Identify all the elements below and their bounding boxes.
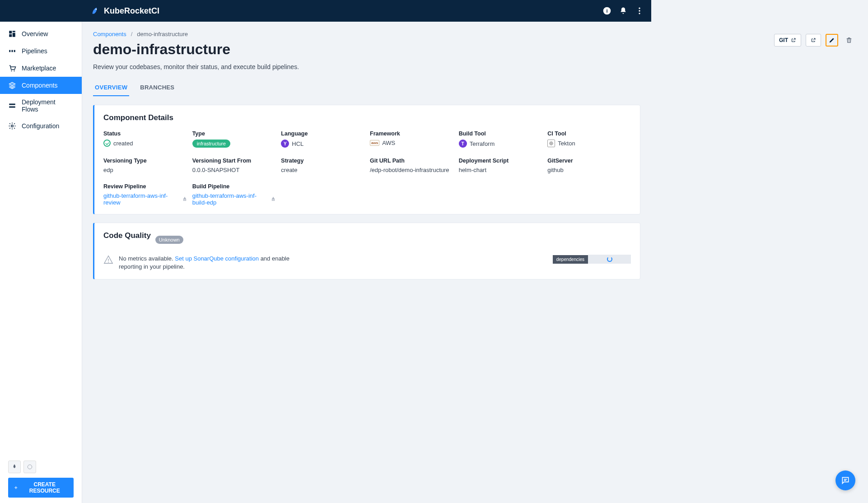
detail-label: Deployment Script bbox=[459, 158, 542, 164]
dependencies-loading bbox=[588, 255, 631, 264]
detail-label: Language bbox=[281, 130, 364, 137]
sidebar-item-components[interactable]: Components bbox=[0, 77, 82, 94]
detail-value: helm-chart bbox=[459, 167, 486, 173]
svg-point-16 bbox=[639, 8, 640, 9]
svg-rect-1 bbox=[13, 31, 15, 32]
svg-point-20 bbox=[108, 262, 109, 263]
detail-label: Versioning Type bbox=[103, 158, 187, 164]
sidebar-item-label: Pipelines bbox=[22, 47, 47, 55]
detail-value: /edp-robot/demo-infrastructure bbox=[370, 167, 449, 173]
detail-label: Build Tool bbox=[459, 130, 542, 137]
language-icon: Y bbox=[281, 140, 289, 148]
tab-overview[interactable]: OVERVIEW bbox=[93, 79, 129, 96]
spinner-icon bbox=[607, 256, 612, 262]
svg-rect-2 bbox=[13, 33, 15, 37]
page-subtitle: Review your codebases, monitor their sta… bbox=[93, 63, 640, 70]
layers-icon bbox=[8, 81, 16, 89]
sidebar-item-deployment-flows[interactable]: Deployment Flows bbox=[0, 94, 82, 117]
detail-deployment-script: Deployment Script helm-chart bbox=[459, 158, 542, 173]
breadcrumb-current: demo-infrastructure bbox=[137, 31, 188, 37]
sidebar-item-label: Components bbox=[22, 82, 57, 89]
svg-rect-4 bbox=[9, 50, 10, 52]
svg-point-13 bbox=[95, 9, 97, 10]
svg-rect-3 bbox=[9, 34, 12, 37]
sidebar: Overview Pipelines Marketplace Component… bbox=[0, 0, 82, 377]
check-icon bbox=[103, 140, 111, 147]
tab-branches[interactable]: BRANCHES bbox=[138, 79, 176, 96]
svg-rect-6 bbox=[14, 50, 15, 52]
tekton-icon bbox=[547, 140, 555, 147]
flows-icon bbox=[8, 102, 16, 110]
detail-versioning-type: Versioning Type edp bbox=[103, 158, 187, 173]
sonarqube-config-link[interactable]: Set up SonarQube configuration bbox=[175, 255, 259, 262]
detail-value[interactable]: github-terraform-aws-inf-review bbox=[103, 192, 180, 206]
detail-framework: Framework awsAWS bbox=[370, 130, 453, 148]
app-header: KubeRocketCI i bbox=[0, 0, 651, 22]
svg-rect-9 bbox=[9, 104, 15, 105]
detail-strategy: Strategy create bbox=[281, 158, 364, 173]
svg-point-8 bbox=[14, 70, 14, 71]
detail-value: created bbox=[113, 140, 133, 147]
sidebar-item-configuration[interactable]: Configuration bbox=[0, 117, 82, 135]
detail-value: AWS bbox=[382, 140, 395, 146]
detail-label: Framework bbox=[370, 130, 453, 137]
detail-label: Strategy bbox=[281, 158, 364, 164]
detail-versioning-start: Versioning Start From 0.0.0-SNAPSHOT bbox=[192, 158, 276, 173]
svg-text:i: i bbox=[606, 8, 607, 14]
sidebar-item-marketplace[interactable]: Marketplace bbox=[0, 60, 82, 77]
svg-point-17 bbox=[639, 10, 640, 11]
detail-label: CI Tool bbox=[547, 130, 631, 137]
detail-label: Build Pipeline bbox=[192, 183, 276, 190]
detail-value: github bbox=[547, 167, 563, 173]
svg-point-11 bbox=[11, 125, 14, 127]
detail-status: Status created bbox=[103, 130, 187, 148]
code-quality-card: Code Quality Unknown No metrics availabl… bbox=[93, 223, 640, 279]
detail-type: Type infrastructure bbox=[192, 130, 276, 148]
sidebar-item-label: Deployment Flows bbox=[22, 98, 74, 113]
bell-icon[interactable] bbox=[619, 6, 628, 15]
detail-review-pipeline: Review Pipeline github-terraform-aws-inf… bbox=[103, 183, 187, 206]
breadcrumb-root[interactable]: Components bbox=[93, 31, 126, 37]
tabs: OVERVIEW BRANCHES bbox=[93, 79, 640, 97]
pipeline-icon bbox=[8, 47, 16, 55]
svg-point-7 bbox=[11, 70, 12, 71]
detail-value: create bbox=[281, 167, 297, 173]
type-pill: infrastructure bbox=[192, 140, 230, 148]
sidebar-item-overview[interactable]: Overview bbox=[0, 25, 82, 42]
detail-language: Language YHCL bbox=[281, 130, 364, 148]
aws-icon: aws bbox=[370, 140, 379, 146]
sidebar-item-label: Overview bbox=[22, 30, 48, 37]
detail-value: edp bbox=[103, 167, 113, 173]
detail-build-pipeline: Build Pipeline github-terraform-aws-inf-… bbox=[192, 183, 276, 206]
detail-value: Tekton bbox=[558, 140, 575, 147]
more-vertical-icon[interactable] bbox=[635, 6, 644, 15]
detail-label: Status bbox=[103, 130, 187, 137]
detail-buildtool: Build Tool TTerraform bbox=[459, 130, 542, 148]
app-logo[interactable]: KubeRocketCI bbox=[90, 6, 159, 16]
svg-point-18 bbox=[639, 13, 640, 14]
gear-icon bbox=[8, 122, 16, 130]
component-details-heading: Component Details bbox=[103, 113, 631, 122]
info-icon[interactable]: i bbox=[602, 6, 611, 15]
svg-rect-10 bbox=[9, 106, 15, 107]
detail-value: Terraform bbox=[470, 140, 495, 147]
detail-citool: CI Tool Tekton bbox=[547, 130, 631, 148]
diagram-icon[interactable]: ⋔ bbox=[182, 196, 187, 202]
diagram-icon[interactable]: ⋔ bbox=[271, 196, 275, 202]
breadcrumb-separator: / bbox=[131, 31, 133, 37]
app-name: KubeRocketCI bbox=[104, 6, 159, 16]
detail-value: 0.0.0-SNAPSHOT bbox=[192, 167, 240, 173]
page-title: demo-infrastructure bbox=[93, 41, 640, 58]
detail-value[interactable]: github-terraform-aws-inf-build-edp bbox=[192, 192, 269, 206]
dependencies-label: dependencies bbox=[553, 255, 588, 264]
detail-label: Review Pipeline bbox=[103, 183, 187, 190]
rocket-icon bbox=[90, 6, 100, 16]
sidebar-item-pipelines[interactable]: Pipelines bbox=[0, 42, 82, 60]
svg-rect-0 bbox=[9, 31, 12, 33]
sidebar-nav: Overview Pipelines Marketplace Component… bbox=[0, 22, 82, 135]
cart-icon bbox=[8, 64, 16, 72]
code-quality-badge: Unknown bbox=[155, 236, 183, 244]
detail-gitserver: GitServer github bbox=[547, 158, 631, 173]
svg-rect-5 bbox=[12, 50, 13, 52]
code-quality-heading: Code Quality bbox=[103, 231, 151, 240]
